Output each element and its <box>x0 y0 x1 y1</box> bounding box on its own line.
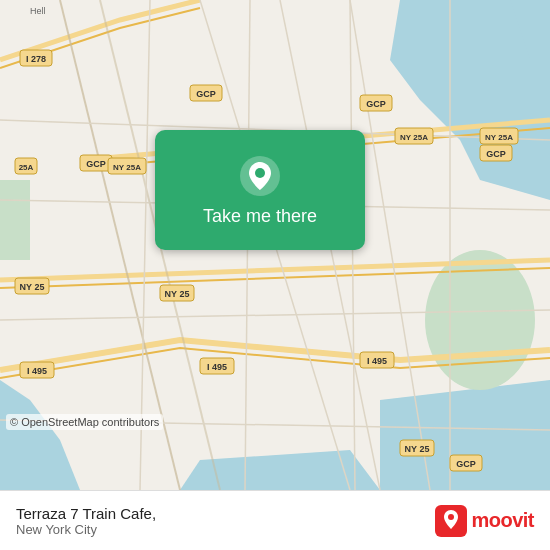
svg-text:25A: 25A <box>19 163 34 172</box>
svg-text:GCP: GCP <box>456 459 476 469</box>
moovit-brand-icon <box>435 505 467 537</box>
svg-point-39 <box>448 514 454 520</box>
svg-text:I 495: I 495 <box>207 362 227 372</box>
svg-text:NY 25A: NY 25A <box>400 133 428 142</box>
svg-text:NY 25: NY 25 <box>165 289 190 299</box>
moovit-logo: moovit <box>435 505 534 537</box>
svg-text:GCP: GCP <box>86 159 106 169</box>
map-container: GCP GCP GCP NY 25A NY 25A I 278 NY 25 NY… <box>0 0 550 490</box>
svg-text:GCP: GCP <box>196 89 216 99</box>
svg-text:GCP: GCP <box>366 99 386 109</box>
place-city: New York City <box>16 522 156 537</box>
place-name: Terraza 7 Train Cafe, <box>16 505 156 522</box>
svg-text:NY 25A: NY 25A <box>485 133 513 142</box>
svg-rect-2 <box>0 180 30 260</box>
moovit-brand-text: moovit <box>471 509 534 532</box>
map-attribution: © OpenStreetMap contributors <box>6 414 163 430</box>
action-button-label: Take me there <box>203 206 317 227</box>
svg-text:I 495: I 495 <box>27 366 47 376</box>
take-me-there-button[interactable]: Take me there <box>155 130 365 250</box>
bottom-bar: Terraza 7 Train Cafe, New York City moov… <box>0 490 550 550</box>
svg-text:NY 25: NY 25 <box>405 444 430 454</box>
svg-text:GCP: GCP <box>486 149 506 159</box>
svg-text:Hell: Hell <box>30 6 46 16</box>
svg-text:NY 25: NY 25 <box>20 282 45 292</box>
svg-text:NY 25A: NY 25A <box>113 163 141 172</box>
location-pin-icon <box>238 154 282 198</box>
svg-text:I 495: I 495 <box>367 356 387 366</box>
svg-point-37 <box>255 168 265 178</box>
place-info: Terraza 7 Train Cafe, New York City <box>16 505 156 537</box>
svg-text:I 278: I 278 <box>26 54 46 64</box>
